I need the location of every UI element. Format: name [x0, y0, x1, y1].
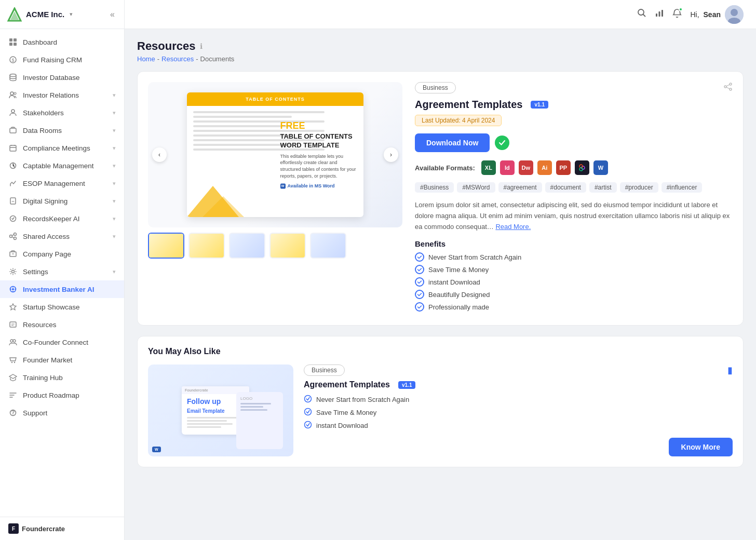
sidebar-item-stakeholders[interactable]: Stakeholders ▾	[0, 104, 124, 122]
bookmark-icon[interactable]: ▮	[727, 365, 733, 376]
svg-rect-36	[662, 10, 663, 17]
sidebar-item-resources[interactable]: Resources	[0, 316, 124, 333]
sidebar-item-label: Support	[23, 409, 116, 417]
sidebar-item-investor-database[interactable]: Investor Database	[0, 69, 124, 86]
know-more-button[interactable]: Know More	[669, 438, 733, 456]
sidebar-item-compliance-meetings[interactable]: Compliance Meetings ▾	[0, 139, 124, 157]
sidebar-item-label: Dashboard	[23, 38, 116, 46]
breadcrumb-current: Documents	[200, 55, 235, 63]
analytics-icon[interactable]	[655, 8, 664, 20]
market-icon	[8, 355, 18, 365]
sidebar-header: ACME Inc. ▾ «	[0, 0, 124, 29]
sidebar-item-investor-relations[interactable]: Investor Relations ▾	[0, 86, 124, 104]
svg-point-18	[10, 235, 12, 238]
foundercrate-logo: F Foundercrate	[8, 523, 116, 534]
ms-word-badge: W Available in MS Word	[280, 184, 358, 189]
svg-rect-4	[14, 38, 17, 42]
svg-point-42	[730, 83, 732, 85]
sidebar-item-label: ESOP Management	[23, 180, 107, 187]
sidebar-item-label: Digital Signing	[23, 197, 107, 205]
formats-row: Available Formats: XL Id Dw Ai PP W	[415, 160, 733, 175]
also-top-row: Business ▮	[304, 365, 733, 380]
data-rooms-icon	[8, 126, 18, 135]
share-icon[interactable]	[723, 82, 733, 93]
sidebar-item-digital-signing[interactable]: Digital Signing ▾	[0, 192, 124, 210]
chevron-down-icon: ▾	[113, 163, 116, 169]
foundercrate-logo-icon: F	[8, 523, 19, 534]
category-badge: Business	[415, 82, 456, 93]
doc-line	[193, 144, 292, 146]
benefit-2: Save Time & Money	[415, 265, 733, 274]
doc-line	[193, 134, 292, 137]
also-like-image: Foundercrate Follow up Email Template LO…	[148, 365, 293, 456]
tag-document[interactable]: #document	[545, 182, 586, 193]
cofounder-icon	[8, 338, 18, 347]
gallery-thumb-1[interactable]	[148, 233, 184, 259]
search-icon[interactable]	[637, 8, 646, 20]
user-greeting: Hi, Sean	[690, 5, 744, 24]
gallery-thumb-3[interactable]	[229, 233, 265, 259]
training-icon	[8, 373, 18, 382]
sidebar-item-label: RecordsKeeper AI	[23, 215, 107, 223]
stakeholders-icon	[8, 108, 18, 117]
sidebar-item-label: Investor Relations	[23, 91, 107, 99]
sidebar-item-label: Company Page	[23, 250, 116, 258]
tag-influencer[interactable]: #influencer	[662, 182, 703, 193]
sidebar-logo[interactable]: ACME Inc. ▾	[7, 7, 73, 22]
sidebar-collapse-button[interactable]: «	[108, 8, 117, 21]
breadcrumb-resources-link[interactable]: Resources	[161, 55, 194, 63]
sidebar-item-founder-market[interactable]: Founder Market	[0, 351, 124, 369]
benefits-title: Benefits	[415, 239, 733, 248]
also-check-icon	[304, 395, 312, 404]
benefit-text: Beautifully Designed	[428, 291, 490, 299]
thumb-image-2	[190, 234, 224, 258]
gallery-prev-button[interactable]: ‹	[152, 147, 167, 162]
user-avatar[interactable]	[725, 5, 744, 24]
sidebar-item-support[interactable]: Support	[0, 404, 124, 422]
sidebar-item-captable[interactable]: Captable Management ▾	[0, 157, 124, 174]
sidebar-item-training-hub[interactable]: Training Hub	[0, 369, 124, 386]
doc-line	[187, 426, 221, 428]
benefit-check-icon	[415, 290, 424, 299]
tag-msword[interactable]: #MSWord	[457, 182, 495, 193]
breadcrumb-home-link[interactable]: Home	[137, 55, 155, 63]
info-icon[interactable]: ℹ	[200, 42, 203, 50]
sidebar-item-investment-banker-ai[interactable]: Investment Banker AI	[0, 280, 124, 298]
also-like-section: You May Also Like Foundercrate Follow up…	[137, 336, 744, 467]
resource-title: Agreement Templates	[415, 99, 522, 111]
svg-point-19	[14, 233, 17, 236]
sidebar-item-records[interactable]: RecordsKeeper AI ▾	[0, 210, 124, 227]
sidebar-item-cofounder-connect[interactable]: Co-Founder Connect	[0, 333, 124, 351]
tag-artist[interactable]: #artist	[589, 182, 617, 193]
coins-icon: $	[8, 55, 18, 64]
word-icon: W	[280, 184, 286, 189]
sidebar-item-product-roadmap[interactable]: Product Roadmap	[0, 386, 124, 404]
tag-agreement[interactable]: #agreement	[498, 182, 542, 193]
logo-placeholder: LOGO	[240, 396, 279, 401]
sidebar-item-fundraising[interactable]: $ Fund Raising CRM	[0, 51, 124, 69]
resource-card: TABLE OF CONTENTS	[137, 71, 744, 326]
ms-word-indicator: W	[152, 447, 161, 452]
sidebar-item-esop[interactable]: ESOP Management ▾	[0, 174, 124, 192]
gallery-thumb-5[interactable]	[310, 233, 346, 259]
gallery-thumb-2[interactable]	[188, 233, 225, 259]
read-more-link[interactable]: Read More.	[495, 223, 531, 231]
also-category-badge: Business	[304, 365, 345, 376]
resources-icon	[8, 320, 18, 329]
sidebar-item-shared-access[interactable]: Shared Access ▾	[0, 227, 124, 245]
chevron-down-icon: ▾	[113, 110, 116, 116]
download-button[interactable]: Download Now	[415, 133, 490, 152]
user-name: Sean	[704, 10, 721, 19]
gallery-main-title: TABLE OF CONTENTS WORD TEMPLATE	[280, 132, 358, 150]
sidebar-item-startup-showcase[interactable]: Startup Showcase	[0, 298, 124, 316]
sidebar-item-company-page[interactable]: Company Page	[0, 245, 124, 263]
sidebar-item-dashboard[interactable]: Dashboard	[0, 33, 124, 51]
gallery-thumb-4[interactable]	[269, 233, 306, 259]
notification-bell-icon[interactable]	[672, 8, 682, 20]
sidebar-item-data-rooms[interactable]: Data Rooms ▾	[0, 122, 124, 139]
tag-business[interactable]: #Business	[415, 182, 454, 193]
captable-icon	[8, 161, 18, 170]
gallery-next-button[interactable]: ›	[384, 147, 398, 162]
tag-producer[interactable]: #producer	[620, 182, 658, 193]
sidebar-item-settings[interactable]: Settings ▾	[0, 263, 124, 280]
